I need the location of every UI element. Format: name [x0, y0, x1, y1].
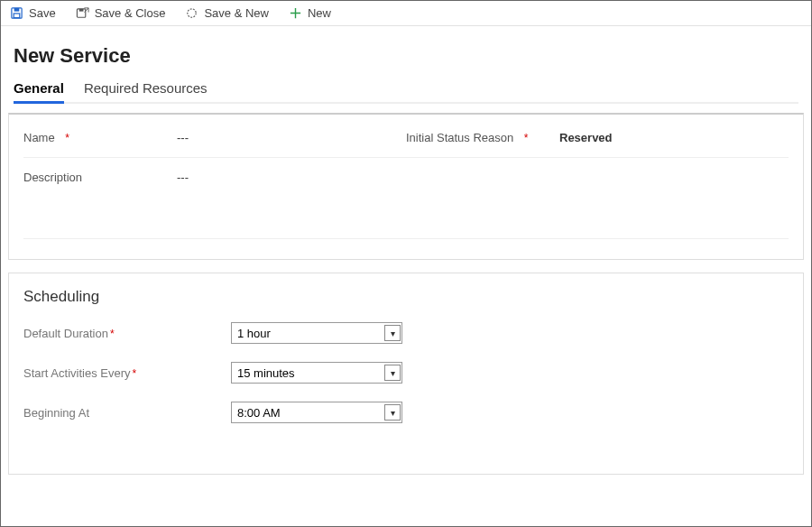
- description-value[interactable]: ---: [159, 171, 189, 184]
- start-every-input[interactable]: [231, 362, 402, 384]
- new-button[interactable]: New: [289, 6, 331, 20]
- save-icon: [10, 6, 23, 20]
- start-every-select[interactable]: ▾: [231, 362, 402, 384]
- required-marker: *: [65, 132, 69, 144]
- save-new-button[interactable]: Save & New: [185, 6, 269, 20]
- save-new-icon: [185, 6, 198, 20]
- row-start-every: Start Activities Every* ▾: [23, 362, 789, 384]
- description-label: Description: [23, 171, 159, 184]
- status-value[interactable]: Reserved: [541, 131, 613, 144]
- default-duration-input[interactable]: [231, 322, 402, 344]
- required-marker: *: [132, 367, 136, 380]
- tabs: General Required Resources: [14, 80, 798, 104]
- beginning-at-select[interactable]: ▾: [231, 402, 402, 423]
- row-beginning-at: Beginning At ▾: [23, 402, 789, 423]
- scheduling-title: Scheduling: [23, 288, 789, 306]
- name-label: Name *: [23, 131, 159, 144]
- field-name: Name * ---: [23, 131, 406, 144]
- start-every-label: Start Activities Every*: [23, 366, 231, 380]
- field-initial-status: Initial Status Reason * Reserved: [406, 131, 789, 144]
- row-description: Description ---: [23, 158, 789, 239]
- default-duration-label: Default Duration*: [23, 327, 231, 340]
- save-close-button[interactable]: Save & Close: [76, 6, 166, 20]
- tab-general[interactable]: General: [14, 80, 64, 104]
- row-name-status: Name * --- Initial Status Reason * Reser…: [23, 118, 789, 158]
- default-duration-select[interactable]: ▾: [231, 322, 402, 344]
- svg-rect-4: [78, 9, 83, 12]
- status-label: Initial Status Reason *: [406, 131, 541, 144]
- required-marker: *: [110, 328, 115, 340]
- header: New Service General Required Resources: [1, 26, 811, 104]
- form-card: Name * --- Initial Status Reason * Reser…: [8, 113, 804, 260]
- name-value[interactable]: ---: [159, 131, 189, 144]
- svg-rect-1: [14, 8, 20, 12]
- scheduling-card: Scheduling Default Duration* ▾ Start Act…: [8, 273, 804, 475]
- svg-point-5: [188, 9, 196, 17]
- required-marker: *: [524, 132, 529, 144]
- beginning-at-input[interactable]: [231, 402, 402, 423]
- row-default-duration: Default Duration* ▾: [23, 322, 789, 344]
- plus-icon: [289, 6, 302, 20]
- save-close-label: Save & Close: [95, 6, 166, 20]
- svg-rect-2: [14, 14, 20, 18]
- page-title: New Service: [14, 44, 798, 68]
- field-description: Description ---: [23, 171, 406, 184]
- beginning-at-label: Beginning At: [23, 406, 231, 420]
- save-button[interactable]: Save: [10, 6, 56, 20]
- toolbar: Save Save & Close Save & New New: [1, 1, 811, 26]
- save-close-icon: [76, 6, 89, 20]
- new-label: New: [308, 6, 331, 20]
- save-new-label: Save & New: [204, 6, 269, 20]
- save-label: Save: [29, 6, 56, 20]
- tab-required-resources[interactable]: Required Resources: [84, 80, 208, 104]
